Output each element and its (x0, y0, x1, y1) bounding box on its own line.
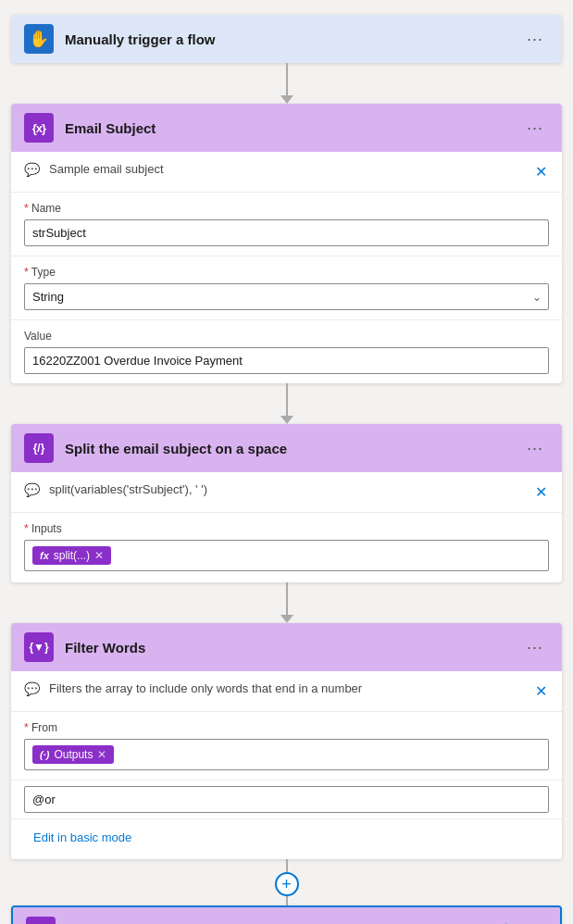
trigger-card: ✋ Manually trigger a flow ··· (11, 15, 562, 63)
type-select-wrapper: String Integer Boolean Float Object Arra… (24, 283, 549, 310)
add-step-button[interactable]: + (275, 872, 299, 896)
split-subject-body: 💬 split(variables('strSubject'), ' ') ✕ … (11, 472, 562, 582)
split-subject-menu-button[interactable]: ··· (521, 435, 549, 462)
filter-words-description: Filters the array to include only words … (49, 681, 524, 697)
split-subject-card: {/} Split the email subject on a space ·… (11, 424, 562, 582)
filter-from-label-text: From (31, 721, 57, 734)
split-chip-label: split(...) (54, 549, 90, 562)
filter-words-menu-button[interactable]: ··· (521, 634, 549, 661)
split-subject-close-button[interactable]: ✕ (533, 481, 549, 503)
split-chip[interactable]: fx split(...) ✕ (32, 546, 111, 565)
filter-words-icon: {▼} (24, 632, 54, 662)
plus-line-bottom (286, 896, 288, 905)
filter-from-chip-icon: (·) (40, 749, 49, 760)
arrow-connector-3 (280, 582, 293, 623)
filter-expression-row (11, 780, 562, 819)
filter-words-card: {▼} Filter Words ··· 💬 Filters the array… (11, 623, 562, 859)
plus-line-top (286, 859, 288, 872)
email-subject-close-button[interactable]: ✕ (533, 161, 549, 182)
value-input[interactable] (24, 347, 549, 374)
filter-expression-input[interactable] (24, 786, 549, 813)
type-label: * Type (24, 266, 549, 279)
filter-words-body: 💬 Filters the array to include only word… (11, 671, 562, 859)
split-inputs-field-row: * Inputs fx split(...) ✕ (11, 513, 562, 582)
arrow-line (286, 63, 288, 95)
split-inputs-field[interactable]: fx split(...) ✕ (24, 540, 549, 571)
trigger-menu-button[interactable]: ··· (521, 26, 549, 53)
filter-from-chip-close[interactable]: ✕ (97, 748, 106, 761)
name-field-row: * Name (11, 193, 562, 256)
edit-basic-mode-container: Edit in basic mode (11, 819, 562, 859)
plus-connector: + (275, 859, 299, 905)
invoice-code-icon: {/} (26, 917, 56, 924)
email-subject-body: 💬 Sample email subject ✕ * Name * Type (11, 152, 562, 383)
filter-words-header: {▼} Filter Words ··· (11, 623, 562, 671)
arrow-connector-1 (280, 63, 293, 104)
arrow-connector-2 (280, 383, 293, 424)
split-subject-description: split(variables('strSubject'), ' ') (49, 481, 524, 498)
split-inputs-label-text: Inputs (31, 522, 62, 535)
email-subject-card: {x} Email Subject ··· 💬 Sample email sub… (11, 104, 562, 383)
arrow-head-3 (280, 615, 293, 623)
filter-words-desc-row: 💬 Filters the array to include only word… (11, 671, 562, 712)
name-label: * Name (24, 202, 549, 215)
desc-comment-icon: 💬 (24, 162, 40, 177)
email-subject-description: Sample email subject (49, 161, 524, 178)
split-inputs-label: * Inputs (24, 522, 549, 535)
flow-container: ✋ Manually trigger a flow ··· {x} Email … (0, 0, 573, 924)
split-desc-comment-icon: 💬 (24, 482, 40, 497)
filter-from-chip[interactable]: (·) Outputs ✕ (32, 745, 114, 764)
value-label: Value (24, 330, 549, 343)
filter-from-label: * From (24, 721, 549, 734)
filter-from-field-row: * From (·) Outputs ✕ (11, 712, 562, 780)
arrow-line-3 (286, 582, 288, 615)
value-label-text: Value (24, 330, 52, 343)
invoice-code-menu-button[interactable]: ··· (519, 918, 547, 925)
type-field-row: * Type String Integer Boolean Float Obje… (11, 256, 562, 320)
email-subject-header: {x} Email Subject ··· (11, 104, 562, 152)
split-subject-icon: {/} (24, 433, 54, 463)
split-subject-desc-row: 💬 split(variables('strSubject'), ' ') ✕ (11, 472, 562, 513)
edit-basic-mode-link[interactable]: Edit in basic mode (20, 823, 144, 855)
email-subject-icon: {x} (24, 113, 54, 143)
value-field-row: Value (11, 320, 562, 383)
split-subject-title: Split the email subject on a space (65, 441, 521, 456)
email-subject-menu-button[interactable]: ··· (521, 115, 549, 142)
trigger-card-header: ✋ Manually trigger a flow ··· (11, 15, 562, 63)
split-subject-header: {/} Split the email subject on a space ·… (11, 424, 562, 472)
email-subject-title: Email Subject (65, 120, 521, 136)
trigger-icon: ✋ (24, 24, 54, 54)
filter-words-title: Filter Words (65, 640, 521, 656)
filter-from-field[interactable]: (·) Outputs ✕ (24, 739, 549, 770)
arrow-head (280, 95, 293, 104)
split-chip-icon: fx (40, 550, 49, 561)
invoice-code-header: {/} Invoice Code ⓘ ··· (13, 907, 560, 924)
email-subject-desc-row: 💬 Sample email subject ✕ (11, 152, 562, 193)
filter-desc-comment-icon: 💬 (24, 681, 40, 696)
name-required-star: * (24, 202, 29, 215)
filter-from-required-star: * (24, 721, 29, 734)
name-input[interactable] (24, 219, 549, 246)
type-label-text: Type (31, 266, 56, 279)
split-chip-close[interactable]: ✕ (94, 549, 104, 562)
type-select[interactable]: String Integer Boolean Float Object Arra… (24, 283, 549, 310)
filter-from-chip-label: Outputs (54, 748, 93, 761)
split-inputs-required-star: * (24, 522, 29, 535)
arrow-head-2 (280, 416, 293, 424)
trigger-title: Manually trigger a flow (65, 31, 521, 47)
invoice-code-card: {/} Invoice Code ⓘ ··· 💬 first(body('Fil… (11, 905, 562, 924)
name-label-text: Name (31, 202, 61, 215)
type-required-star: * (24, 266, 29, 279)
filter-words-close-button[interactable]: ✕ (533, 681, 549, 702)
arrow-line-2 (286, 383, 288, 416)
